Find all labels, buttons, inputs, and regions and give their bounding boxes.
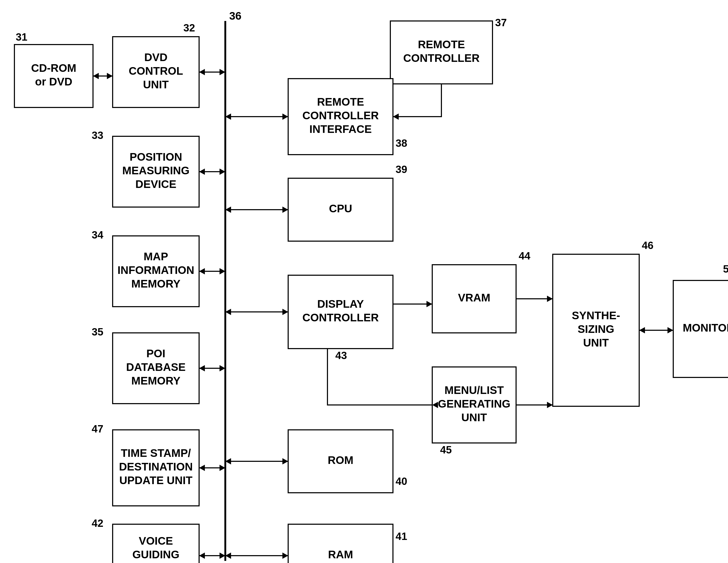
svg-text:DEVICE: DEVICE xyxy=(135,178,176,190)
svg-text:INFORMATION: INFORMATION xyxy=(117,264,194,276)
svg-marker-95 xyxy=(199,268,205,274)
svg-marker-79 xyxy=(107,73,113,79)
svg-text:POSITION: POSITION xyxy=(130,151,182,163)
svg-text:46: 46 xyxy=(642,239,654,251)
svg-text:POI: POI xyxy=(146,347,165,360)
svg-text:CONTROLLER: CONTROLLER xyxy=(302,109,379,122)
svg-text:MAP: MAP xyxy=(144,250,168,262)
svg-text:VRAM: VRAM xyxy=(458,292,490,304)
svg-text:45: 45 xyxy=(440,444,452,456)
svg-marker-89 xyxy=(199,168,205,175)
svg-text:GUIDING: GUIDING xyxy=(132,548,179,561)
svg-text:34: 34 xyxy=(92,229,103,240)
svg-text:40: 40 xyxy=(396,476,407,487)
svg-text:SIZING: SIZING xyxy=(578,323,614,335)
svg-text:MEMORY: MEMORY xyxy=(131,375,180,387)
svg-text:MENU/LIST: MENU/LIST xyxy=(445,384,504,396)
svg-text:CONTROLLER: CONTROLLER xyxy=(403,52,480,64)
svg-marker-85 xyxy=(282,113,288,120)
svg-text:UPDATE UNIT: UPDATE UNIT xyxy=(119,474,193,487)
svg-text:47: 47 xyxy=(92,423,103,435)
svg-text:MEASURING: MEASURING xyxy=(122,164,190,177)
svg-text:SYNTHE-: SYNTHE- xyxy=(572,309,620,322)
svg-text:36: 36 xyxy=(229,10,242,22)
svg-marker-121 xyxy=(547,296,553,302)
svg-text:50: 50 xyxy=(723,263,728,275)
svg-text:REMOTE: REMOTE xyxy=(418,38,465,51)
svg-text:CPU: CPU xyxy=(329,202,352,215)
svg-text:41: 41 xyxy=(396,531,407,542)
svg-marker-123 xyxy=(547,402,553,408)
svg-text:ROM: ROM xyxy=(328,454,353,466)
svg-marker-97 xyxy=(282,309,288,315)
svg-text:TIME STAMP/: TIME STAMP/ xyxy=(121,447,191,459)
svg-marker-125 xyxy=(667,327,673,334)
svg-text:31: 31 xyxy=(16,31,28,43)
svg-text:RAM: RAM xyxy=(328,548,353,561)
svg-marker-103 xyxy=(282,458,288,465)
svg-text:MEMORY: MEMORY xyxy=(131,277,180,290)
svg-text:CONTROL: CONTROL xyxy=(129,65,183,77)
svg-text:REMOTE: REMOTE xyxy=(317,96,364,108)
svg-marker-101 xyxy=(199,365,205,372)
svg-text:39: 39 xyxy=(396,163,407,175)
svg-text:42: 42 xyxy=(92,517,103,529)
svg-text:UNIT: UNIT xyxy=(461,411,487,424)
svg-text:43: 43 xyxy=(335,350,347,361)
svg-text:35: 35 xyxy=(92,326,103,338)
svg-marker-119 xyxy=(426,301,432,307)
svg-text:MONITOR: MONITOR xyxy=(683,322,728,334)
svg-text:CD-ROM: CD-ROM xyxy=(31,62,76,74)
svg-text:33: 33 xyxy=(92,129,103,141)
svg-text:or DVD: or DVD xyxy=(35,75,72,88)
svg-marker-126 xyxy=(639,327,645,334)
svg-marker-91 xyxy=(282,206,288,213)
svg-marker-80 xyxy=(93,73,99,79)
svg-text:VOICE: VOICE xyxy=(139,535,173,547)
svg-marker-113 xyxy=(199,553,205,559)
svg-text:UNIT: UNIT xyxy=(143,78,169,91)
svg-text:37: 37 xyxy=(495,17,507,28)
svg-text:INTERFACE: INTERFACE xyxy=(309,123,372,135)
svg-text:GENERATING: GENERATING xyxy=(438,398,511,410)
svg-marker-83 xyxy=(199,69,205,75)
svg-text:DISPLAY: DISPLAY xyxy=(317,298,364,310)
svg-text:UNIT: UNIT xyxy=(143,562,169,563)
svg-text:44: 44 xyxy=(519,250,530,261)
svg-text:DVD: DVD xyxy=(144,51,168,63)
svg-marker-109 xyxy=(282,553,288,559)
svg-text:DESTINATION: DESTINATION xyxy=(119,461,193,473)
svg-text:UNIT: UNIT xyxy=(583,337,609,349)
svg-text:32: 32 xyxy=(183,22,195,34)
svg-text:DATABASE: DATABASE xyxy=(126,361,185,373)
svg-marker-107 xyxy=(199,465,205,471)
svg-text:38: 38 xyxy=(396,137,407,149)
svg-text:CONTROLLER: CONTROLLER xyxy=(302,312,379,324)
svg-marker-117 xyxy=(393,113,399,120)
